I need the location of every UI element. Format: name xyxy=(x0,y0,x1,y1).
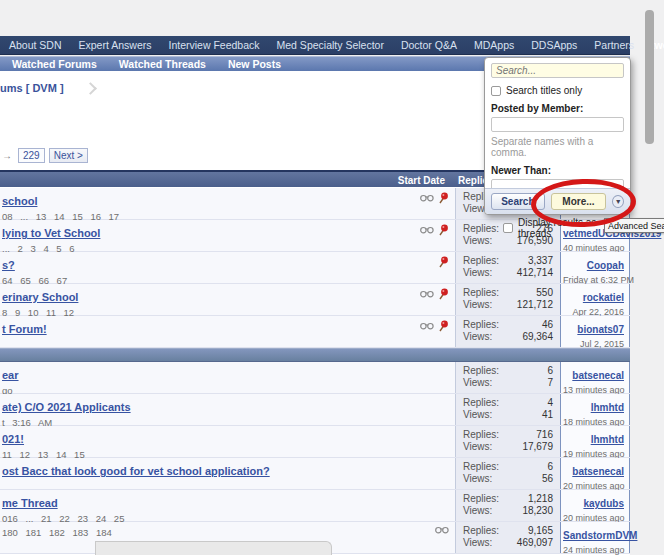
page: About SDNExpert AnswersInterview Feedbac… xyxy=(0,0,664,555)
replies-count: 6 xyxy=(547,365,553,377)
advanced-search-tooltip: Advanced Search xyxy=(604,218,664,233)
replies-views-cell: Replies:4 Views:41 xyxy=(455,394,560,425)
table-row: ear go Replies:6 Views:7 batsenecal 13 m… xyxy=(0,362,630,394)
thread-icons xyxy=(420,192,449,204)
thread-title-link[interactable]: 021! xyxy=(2,433,24,445)
search-panel-footer: Search More... ▼ xyxy=(485,188,630,214)
views-count: 7 xyxy=(547,377,553,389)
last-poster-link[interactable]: lhmhtd xyxy=(591,402,624,413)
search-titles-only-label: Search titles only xyxy=(506,85,582,96)
last-post-cell: rockatiel Apr 22, 2016 xyxy=(560,284,630,315)
search-dropdown-panel: Search titles only Posted by Member: Sep… xyxy=(484,57,631,215)
thread-title-link[interactable]: ate) C/O 2021 Applicants xyxy=(2,401,131,413)
nav-item-mdapps[interactable]: MDApps xyxy=(474,39,514,51)
thread-title-cell: s? 64 65 66 67 xyxy=(0,252,455,283)
last-post-cell: bionats07 Jul 2, 2015 xyxy=(560,316,630,347)
top-navbar: About SDNExpert AnswersInterview Feedbac… xyxy=(0,36,630,55)
nav-item-ddsapps[interactable]: DDSApps xyxy=(531,39,577,51)
views-count: 69,364 xyxy=(522,331,553,343)
breadcrumb-label[interactable]: ums [ DVM ] xyxy=(0,82,64,94)
thread-title-cell: school 08 ... 13 14 15 16 17 xyxy=(0,188,455,219)
last-poster-link[interactable]: batsenecal xyxy=(572,370,624,381)
thread-title-link[interactable]: t Forum! xyxy=(2,323,47,335)
replies-views-cell: Replies:1,218 Views:18,230 xyxy=(455,490,560,521)
pagination-next-button[interactable]: Next > xyxy=(49,148,88,163)
watched-glasses-icon xyxy=(435,526,449,534)
replies-views-cell: Replies:46 Views:69,364 xyxy=(455,316,560,347)
search-button[interactable]: Search xyxy=(491,193,545,210)
replies-views-cell: Replies:3,337 Views:412,714 xyxy=(455,252,560,283)
subnav-item-watched-threads[interactable]: Watched Threads xyxy=(119,58,206,70)
nav-item-doctor-q-a[interactable]: Doctor Q&A xyxy=(401,39,457,51)
replies-count: 4 xyxy=(547,397,553,409)
last-poster-link[interactable]: lhmhtd xyxy=(591,434,624,445)
subnav-item-new-posts[interactable]: New Posts xyxy=(228,58,281,70)
posted-by-input[interactable] xyxy=(491,117,624,132)
last-poster-link[interactable]: Coopah xyxy=(587,260,624,271)
views-count: 121,712 xyxy=(517,299,553,311)
thread-title-link[interactable]: s? xyxy=(2,259,15,271)
more-button[interactable]: More... xyxy=(551,193,606,210)
last-poster-link[interactable]: batsenecal xyxy=(572,466,624,477)
browser-status-bubble xyxy=(95,541,332,555)
display-as-threads-checkbox[interactable] xyxy=(503,223,513,233)
thread-title-cell: me Thread 016 ... 21 22 23 24 25 xyxy=(0,490,455,521)
column-header-start-date[interactable]: Start Date xyxy=(398,175,445,186)
nav-item-interview-feedback[interactable]: Interview Feedback xyxy=(168,39,259,51)
thread-title-cell: ear go xyxy=(0,362,455,393)
replies-count: 46 xyxy=(542,319,553,331)
table-row: 021! 11 12 13 14 15 Replies:716 Views:17… xyxy=(0,426,630,458)
watched-glasses-icon xyxy=(420,322,434,330)
views-count: 56 xyxy=(542,473,553,485)
sticky-pin-icon xyxy=(438,256,449,268)
search-titles-only-checkbox[interactable] xyxy=(491,86,501,96)
replies-views-cell: Replies:6 Views:56 xyxy=(455,458,560,489)
last-post-cell: SandstormDVM 24 minutes ago xyxy=(560,522,630,553)
replies-views-cell: Replies:716 Views:17,679 xyxy=(455,426,560,457)
thread-title-link[interactable]: ear xyxy=(2,369,19,381)
last-post-time: Jul 2, 2015 xyxy=(563,339,624,349)
thread-title-cell: erinary School 8 9 10 11 12 xyxy=(0,284,455,315)
thread-title-link[interactable]: me Thread xyxy=(2,497,58,509)
thread-title-link[interactable]: lying to Vet School xyxy=(2,227,100,239)
breadcrumb[interactable]: ums [ DVM ] xyxy=(0,80,95,96)
replies-views-cell: Replies:6 Views:7 xyxy=(455,362,560,393)
table-row: ost Bacc that look good for vet school a… xyxy=(0,458,630,490)
thread-title-link[interactable]: school xyxy=(2,195,37,207)
sticky-pin-icon xyxy=(438,320,449,332)
views-count: 469,097 xyxy=(517,537,553,549)
sticky-pin-icon xyxy=(438,288,449,300)
table-row: me Thread 016 ... 21 22 23 24 25 Replies… xyxy=(0,490,630,522)
thread-title-link[interactable]: ost Bacc that look good for vet school a… xyxy=(2,465,270,477)
search-input[interactable] xyxy=(491,63,624,78)
nav-item-med-specialty-selector[interactable]: Med Specialty Selector xyxy=(277,39,384,51)
views-count: 412,714 xyxy=(517,267,553,279)
last-post-cell: lhmhtd 19 minutes ago xyxy=(560,426,630,457)
thread-title-link[interactable]: erinary School xyxy=(2,291,78,303)
views-count: 18,230 xyxy=(522,505,553,517)
breadcrumb-chevron-icon xyxy=(84,82,97,95)
replies-count: 3,337 xyxy=(528,255,553,267)
last-post-cell: batsenecal 13 minutes ago xyxy=(560,362,630,393)
last-poster-link[interactable]: SandstormDVM xyxy=(563,530,637,541)
nav-item-about-sdn[interactable]: About SDN xyxy=(9,39,62,51)
views-count: 17,679 xyxy=(522,441,553,453)
last-post-cell: lhmhtd 18 minutes ago xyxy=(560,394,630,425)
nav-item-expert-answers[interactable]: Expert Answers xyxy=(79,39,152,51)
more-dropdown-arrow-button[interactable]: ▼ xyxy=(612,195,624,208)
browser-scrollbar-thumb[interactable] xyxy=(645,10,654,144)
last-post-cell: Coopah Friday at 6:32 PM xyxy=(560,252,630,283)
last-post-time: 24 minutes ago xyxy=(563,545,624,555)
thread-icons xyxy=(438,256,449,268)
last-poster-link[interactable]: bionats07 xyxy=(577,324,624,335)
pagination-page-button[interactable]: 229 xyxy=(18,148,45,163)
nav-item-partners[interactable]: Partners xyxy=(594,39,634,51)
last-poster-link[interactable]: rockatiel xyxy=(583,292,624,303)
thread-title-cell: 021! 11 12 13 14 15 xyxy=(0,426,455,457)
subnav-item-watched-forums[interactable]: Watched Forums xyxy=(12,58,97,70)
last-poster-link[interactable]: kaydubs xyxy=(583,498,624,509)
pagination: → 229 Next > xyxy=(2,148,88,163)
thread-title-cell: lying to Vet School ... 2 3 4 5 6 xyxy=(0,220,455,251)
sticky-pin-icon xyxy=(438,224,449,236)
posted-by-hint: Separate names with a comma. xyxy=(491,136,624,158)
